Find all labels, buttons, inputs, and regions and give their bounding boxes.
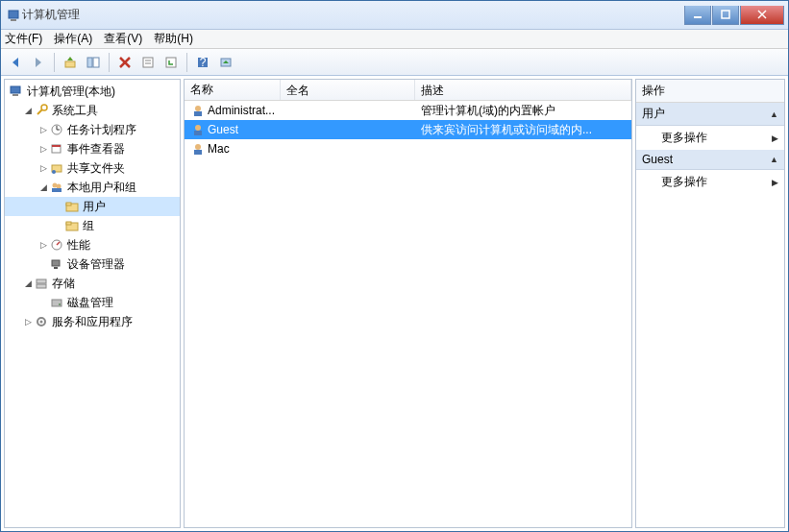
- svg-rect-0: [9, 11, 18, 18]
- tree-groups[interactable]: 组: [5, 216, 180, 235]
- storage-icon: [34, 276, 49, 291]
- svg-rect-11: [93, 58, 99, 67]
- tree-event-viewer[interactable]: ▷ 事件查看器: [5, 139, 180, 158]
- perf-icon: [49, 237, 64, 253]
- tree-storage[interactable]: ◢ 存储: [5, 274, 180, 293]
- svg-rect-14: [143, 58, 153, 67]
- svg-point-47: [59, 303, 61, 305]
- svg-rect-39: [66, 222, 71, 225]
- list-row[interactable]: Administrat... 管理计算机(域)的内置帐户: [185, 101, 631, 120]
- svg-point-54: [195, 144, 201, 150]
- refresh-button[interactable]: [160, 52, 182, 73]
- toolbar: ?: [1, 49, 788, 76]
- svg-rect-22: [11, 86, 20, 93]
- folder-icon: [64, 199, 80, 214]
- window-controls: [683, 6, 784, 25]
- disk-icon: [49, 295, 64, 310]
- svg-point-50: [195, 106, 201, 111]
- event-icon: [49, 141, 64, 157]
- list-row[interactable]: Mac: [185, 139, 631, 158]
- col-fullname[interactable]: 全名: [281, 80, 415, 100]
- toolbar-separator: [109, 53, 110, 72]
- svg-point-25: [41, 105, 47, 110]
- actions-more-users[interactable]: 更多操作 ▶: [636, 126, 784, 150]
- show-hide-tree-button[interactable]: [83, 52, 104, 73]
- back-button[interactable]: [5, 52, 26, 73]
- tree-users[interactable]: 用户: [5, 197, 180, 216]
- user-icon: [190, 141, 206, 157]
- svg-rect-1: [11, 19, 16, 21]
- collapse-icon: ▲: [770, 109, 778, 119]
- tree-system-tools[interactable]: ◢ 系统工具: [5, 101, 180, 120]
- svg-point-32: [52, 170, 56, 174]
- actions-group-users[interactable]: 用户 ▲: [636, 103, 784, 126]
- window: 计算机管理 文件(F) 操作(A) 查看(V) 帮助(H) ?: [0, 0, 789, 532]
- menu-help[interactable]: 帮助(H): [154, 31, 193, 47]
- properties-button[interactable]: [137, 52, 159, 73]
- svg-rect-44: [37, 279, 46, 283]
- submenu-icon: ▶: [772, 133, 778, 143]
- app-icon: [7, 8, 22, 23]
- toolbar-separator: [54, 53, 55, 72]
- svg-line-24: [37, 109, 42, 114]
- collapse-icon: ◢: [22, 278, 34, 288]
- svg-rect-51: [194, 111, 202, 116]
- svg-rect-8: [65, 61, 75, 67]
- svg-rect-42: [52, 260, 60, 266]
- menu-file[interactable]: 文件(F): [5, 31, 42, 47]
- help-button[interactable]: ?: [192, 52, 213, 73]
- delete-button[interactable]: [114, 52, 136, 73]
- submenu-icon: ▶: [772, 178, 778, 187]
- menu-view[interactable]: 查看(V): [104, 31, 142, 47]
- collapse-icon: ◢: [37, 182, 49, 192]
- svg-marker-6: [12, 58, 18, 67]
- svg-rect-37: [66, 203, 71, 206]
- col-name[interactable]: 名称: [185, 80, 281, 100]
- tree-shared-folders[interactable]: ▷ 共享文件夹: [5, 158, 180, 178]
- svg-marker-7: [36, 58, 41, 67]
- up-button[interactable]: [60, 52, 81, 73]
- menubar: 文件(F) 操作(A) 查看(V) 帮助(H): [1, 30, 788, 49]
- user-icon: [190, 122, 206, 137]
- expand-icon: ▷: [37, 240, 49, 250]
- svg-rect-45: [37, 284, 46, 288]
- services-icon: [34, 314, 49, 329]
- svg-rect-53: [194, 131, 202, 135]
- tree-device-manager[interactable]: 设备管理器: [5, 254, 180, 274]
- svg-rect-35: [52, 188, 62, 192]
- tools-icon: [34, 103, 49, 118]
- col-desc[interactable]: 描述: [415, 80, 631, 100]
- export-button[interactable]: [215, 52, 236, 73]
- svg-point-49: [40, 321, 43, 324]
- minimize-button[interactable]: [684, 6, 711, 25]
- svg-rect-30: [52, 145, 61, 147]
- share-icon: [49, 160, 64, 176]
- actions-pane: 操作 用户 ▲ 更多操作 ▶ Guest ▲ 更多操作 ▶: [635, 79, 785, 528]
- svg-text:?: ?: [200, 56, 207, 69]
- actions-group-guest[interactable]: Guest ▲: [636, 150, 784, 170]
- tree-services[interactable]: ▷ 服务和应用程序: [5, 312, 180, 331]
- actions-header: 操作: [636, 80, 784, 103]
- list-row[interactable]: Guest 供来宾访问计算机或访问域的内...: [185, 120, 631, 139]
- collapse-icon: ◢: [22, 106, 34, 115]
- user-icon: [190, 103, 206, 118]
- svg-rect-23: [12, 94, 18, 96]
- menu-action[interactable]: 操作(A): [54, 31, 92, 47]
- tree-local-users[interactable]: ◢ 本地用户和组: [5, 178, 180, 197]
- nav-tree: 计算机管理(本地) ◢ 系统工具 ▷ 任务计划程序 ▷ 事件查看器: [5, 80, 180, 333]
- actions-more-guest[interactable]: 更多操作 ▶: [636, 170, 784, 194]
- expand-icon: ▷: [37, 144, 49, 154]
- expand-icon: ▷: [22, 317, 34, 326]
- tree-performance[interactable]: ▷ 性能: [5, 235, 180, 254]
- close-button[interactable]: [740, 6, 784, 25]
- titlebar[interactable]: 计算机管理: [1, 1, 788, 30]
- forward-button[interactable]: [28, 52, 49, 73]
- tree-task-scheduler[interactable]: ▷ 任务计划程序: [5, 120, 180, 139]
- collapse-icon: ▲: [770, 155, 778, 164]
- svg-point-52: [195, 125, 201, 131]
- tree-root[interactable]: 计算机管理(本地): [5, 82, 180, 101]
- device-icon: [49, 256, 64, 272]
- window-title: 计算机管理: [22, 7, 683, 23]
- tree-disk-management[interactable]: 磁盘管理: [5, 293, 180, 312]
- maximize-button[interactable]: [712, 6, 739, 25]
